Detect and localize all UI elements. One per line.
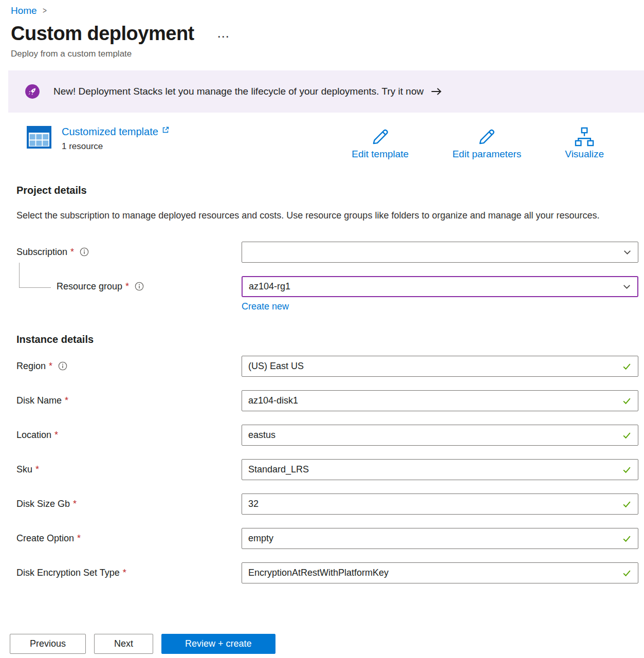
valid-check-icon — [622, 534, 632, 543]
create-option-field — [242, 528, 638, 549]
required-asterisk: * — [77, 533, 81, 544]
valid-check-icon — [622, 568, 632, 578]
instance-details-heading: Instance details — [16, 334, 638, 345]
disk-size-gb-field — [242, 494, 638, 515]
required-asterisk: * — [54, 430, 58, 441]
info-icon[interactable] — [58, 361, 67, 371]
tree-connector-line — [19, 263, 51, 288]
create-option-label: Create Option — [16, 533, 74, 544]
edit-template-button[interactable]: Edit template — [352, 126, 409, 160]
required-asterisk: * — [35, 464, 39, 475]
disk-name-input[interactable] — [248, 395, 618, 406]
disk-size-gb-field-row: Disk Size Gb * — [16, 494, 638, 515]
sku-input[interactable] — [248, 464, 618, 475]
location-field-row: Location * — [16, 425, 638, 446]
disk-encryption-set-type-input[interactable] — [248, 568, 618, 578]
template-icon — [27, 126, 51, 149]
info-icon[interactable] — [135, 282, 144, 291]
rocket-icon — [25, 84, 40, 99]
disk-encryption-set-type-label: Disk Encryption Set Type — [16, 568, 120, 578]
template-resource-count: 1 resource — [62, 141, 170, 152]
valid-check-icon — [622, 361, 632, 371]
page-title: Custom deployment — [11, 23, 194, 45]
location-input[interactable] — [248, 430, 618, 441]
edit-parameters-label: Edit parameters — [452, 149, 521, 160]
valid-check-icon — [622, 396, 632, 406]
required-asterisk: * — [73, 499, 77, 509]
chevron-down-icon[interactable] — [622, 282, 631, 291]
disk-size-gb-input[interactable] — [248, 499, 618, 509]
deployment-stacks-banner: New! Deployment Stacks let you manage th… — [8, 70, 644, 113]
project-details-description: Select the subscription to manage deploy… — [16, 208, 608, 224]
next-button[interactable]: Next — [94, 634, 153, 654]
pencil-icon — [476, 126, 498, 148]
footer-bar: Previous Next Review + create — [0, 622, 644, 658]
subscription-input[interactable] — [248, 247, 619, 258]
required-asterisk: * — [49, 361, 52, 372]
visualize-button[interactable]: Visualize — [565, 126, 604, 160]
project-details-heading: Project details — [16, 185, 638, 196]
breadcrumb-chevron-icon: > — [43, 6, 47, 16]
location-label: Location — [16, 430, 51, 441]
region-input[interactable] — [248, 361, 618, 372]
visualize-icon — [574, 126, 595, 148]
resource-group-label: Resource group — [57, 281, 122, 292]
required-asterisk: * — [123, 568, 126, 578]
edit-parameters-button[interactable]: Edit parameters — [452, 126, 521, 160]
region-label: Region — [16, 361, 46, 372]
page-subtitle: Deploy from a custom template — [11, 49, 644, 59]
external-link-icon — [161, 126, 170, 134]
breadcrumb-home-link[interactable]: Home — [11, 5, 37, 16]
pencil-icon — [370, 126, 391, 148]
sku-field — [242, 459, 638, 480]
disk-encryption-set-type-field — [242, 562, 638, 583]
create-option-field-row: Create Option * — [16, 528, 638, 549]
edit-template-label: Edit template — [352, 149, 409, 160]
previous-button[interactable]: Previous — [10, 634, 86, 654]
required-asterisk: * — [125, 281, 129, 292]
sku-label: Sku — [16, 464, 32, 475]
disk-name-field — [242, 390, 638, 411]
template-summary: Customized template 1 resource Edit temp… — [27, 126, 604, 160]
disk-encryption-set-type-field-row: Disk Encryption Set Type * — [16, 562, 638, 583]
sku-field-row: Sku * — [16, 459, 638, 480]
breadcrumb: Home > — [11, 5, 644, 16]
location-field — [242, 425, 638, 446]
resource-group-dropdown[interactable] — [242, 276, 638, 297]
visualize-label: Visualize — [565, 149, 604, 160]
subscription-label: Subscription — [16, 247, 67, 258]
resource-group-field-row: Resource group * — [16, 276, 638, 297]
review-create-button[interactable]: Review + create — [161, 634, 275, 654]
customized-template-link[interactable]: Customized template — [62, 126, 158, 138]
info-icon[interactable] — [80, 247, 89, 257]
disk-size-gb-label: Disk Size Gb — [16, 499, 70, 509]
more-options-button[interactable]: ··· — [218, 32, 230, 43]
required-asterisk: * — [70, 247, 74, 258]
disk-name-field-row: Disk Name * — [16, 390, 638, 411]
valid-check-icon — [622, 465, 632, 474]
custom-deployment-page: Home > Custom deployment ··· Deploy from… — [0, 0, 644, 658]
subscription-dropdown[interactable] — [242, 242, 638, 263]
create-option-input[interactable] — [248, 533, 618, 544]
banner-text: New! Deployment Stacks let you manage th… — [53, 86, 424, 97]
resource-group-input[interactable] — [249, 281, 618, 292]
region-field-row: Region * — [16, 356, 638, 377]
arrow-right-icon[interactable] — [431, 87, 442, 96]
valid-check-icon — [622, 430, 632, 440]
required-asterisk: * — [65, 395, 68, 406]
valid-check-icon — [622, 499, 632, 509]
subscription-field-row: Subscription * — [16, 242, 638, 263]
disk-name-label: Disk Name — [16, 395, 62, 406]
chevron-down-icon[interactable] — [623, 248, 632, 257]
region-field — [242, 356, 638, 377]
create-new-link[interactable]: Create new — [242, 301, 289, 312]
